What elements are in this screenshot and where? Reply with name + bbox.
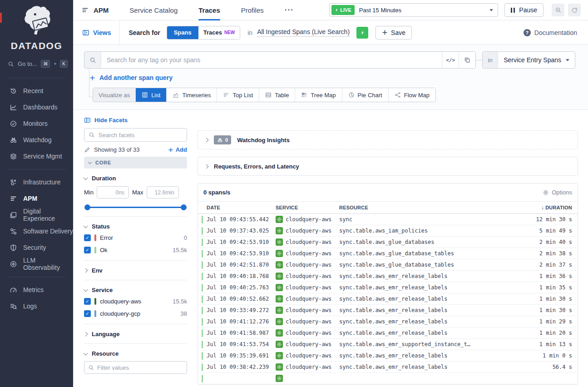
table-row[interactable]: Jul 10 09:33:49.272cloudquery-awssync.ta… <box>198 305 578 316</box>
core-group-header[interactable]: CORE <box>84 157 187 169</box>
table-row[interactable]: Jul 10 09:42:53.910cloudquery-awssync.ta… <box>198 248 578 259</box>
facet-value-cloudquery-aws[interactable]: ✓cloudquery-aws15.5k <box>84 297 187 306</box>
pencil-icon[interactable] <box>84 147 90 153</box>
facet-resource-header[interactable]: Resource <box>84 350 187 357</box>
facet-service-header[interactable]: Service <box>84 287 187 293</box>
table-row[interactable]: Jul 10 09:35:39.691cloudquery-awssync.ta… <box>198 350 578 362</box>
span-scope-select[interactable]: in Service Entry Spans <box>482 51 575 69</box>
refresh-button[interactable] <box>568 4 581 16</box>
tab-profiles[interactable]: Profiles <box>241 0 264 20</box>
visualize-tab-top-list[interactable]: Top List <box>217 88 259 102</box>
zoom-out-button[interactable] <box>552 4 564 16</box>
table-row[interactable]: Jul 10 09:41:53.754cloudquery-awssync.ta… <box>198 339 578 350</box>
table-row[interactable]: Jul 10 09:42:53.910cloudquery-awssync.ta… <box>198 237 578 248</box>
table-row[interactable]: Jul 10 09:43:55.442cloudquery-awssync12 … <box>198 214 578 225</box>
table-header-row: DATE SERVICE RESOURCE ↓ DURATION <box>198 202 578 214</box>
checkbox-icon[interactable]: ✓ <box>84 234 91 241</box>
column-header-service[interactable]: SERVICE <box>276 205 339 210</box>
pause-button[interactable]: Pause <box>504 3 544 17</box>
table-row[interactable]: Jul 10 09:42:51.870cloudquery-awssync.ta… <box>198 259 578 271</box>
visualize-tab-flow-map[interactable]: Flow Map <box>389 88 435 102</box>
datadog-logo[interactable]: DATADOG <box>0 0 73 53</box>
documentation-link[interactable]: ? Documentation <box>524 29 577 36</box>
table-row[interactable]: Jul 10 09:37:43.025cloudquery-awssync.ta… <box>198 225 578 237</box>
save-button[interactable]: Save <box>376 26 412 40</box>
sidebar-item-logs[interactable]: Logs <box>0 298 73 314</box>
tab-service-catalog[interactable]: Service Catalog <box>129 0 178 20</box>
column-header-resource[interactable]: RESOURCE <box>339 205 523 210</box>
more-tabs-button[interactable]: ··· <box>285 5 294 15</box>
sidebar-item-llm-observability[interactable]: LLM Observability <box>0 256 73 272</box>
spans-list-card: 0 spans/s Options DATE SERVICE RESOURCE … <box>198 183 578 385</box>
slider-handle-max[interactable] <box>181 204 187 210</box>
table-row[interactable] <box>198 373 578 384</box>
time-range-picker[interactable]: LIVE Past 15 Minutes <box>329 3 498 17</box>
sidebar-item-label: LLM Observability <box>23 257 73 271</box>
watchdog-insights-panel[interactable]: 0 Watchdog Insights <box>198 130 578 149</box>
add-span-query-button[interactable]: Add another span query <box>89 74 173 81</box>
sidebar-item-watchdog[interactable]: Watchdog <box>0 132 73 148</box>
ingested-spans-scope-link[interactable]: All Ingested Spans (Live Search) <box>257 28 350 37</box>
table-row[interactable]: Jul 10 09:40:52.662cloudquery-awssync.ta… <box>198 293 578 305</box>
visualize-tab-pie-chart[interactable]: Pie Chart <box>342 88 389 102</box>
goto-search[interactable]: Go to... ⌘ + K <box>0 53 73 73</box>
checkbox-icon[interactable]: ✓ <box>84 247 91 253</box>
sidebar-item-monitors[interactable]: Monitors <box>0 115 73 132</box>
visualize-tab-table[interactable]: Table <box>259 88 295 102</box>
table-row[interactable]: Jul 10 09:40:18.768cloudquery-awssync.ta… <box>198 271 578 282</box>
facet-env-header[interactable]: Env <box>84 267 187 274</box>
table-row[interactable]: Jul 10 09:41:12.276cloudquery-awssync.ta… <box>198 316 578 327</box>
service-icon <box>276 273 283 280</box>
requests-errors-latency-panel[interactable]: Requests, Errors, and Latency <box>198 157 578 176</box>
visualize-tab-timeseries[interactable]: Timeseries <box>167 88 217 102</box>
history-icon <box>10 87 17 95</box>
duration-min-input[interactable] <box>97 186 129 198</box>
sidebar-item-infrastructure[interactable]: Infrastructure <box>0 174 73 190</box>
service-name: cloudquery-aws <box>286 318 331 325</box>
facet-value-cloudquery-gcp[interactable]: ✓cloudquery-gcp38 <box>84 309 187 318</box>
product-title: APM <box>94 6 109 14</box>
plus-icon <box>168 147 173 153</box>
sidebar-item-security[interactable]: Security <box>0 239 73 256</box>
toggle-spans[interactable]: Spans <box>167 26 198 39</box>
add-facet-button[interactable]: Add <box>168 146 187 153</box>
sidebar-item-service-mgmt[interactable]: Service Mgmt <box>0 148 73 164</box>
facet-language-header[interactable]: Language <box>84 331 187 337</box>
table-row[interactable]: Jul 10 09:40:25.763cloudquery-awssync.ta… <box>198 282 578 293</box>
table-row[interactable]: Jul 10 09:41:58.987cloudquery-awssync.ta… <box>198 327 578 339</box>
sidebar-item-dashboards[interactable]: Dashboards <box>0 99 73 115</box>
sidebar-item-software-delivery[interactable]: Software Delivery <box>0 223 73 239</box>
service-name: cloudquery-aws <box>286 341 331 347</box>
visualize-tab-label: Flow Map <box>404 92 430 99</box>
resource-filter-input[interactable] <box>97 364 183 371</box>
sidebar-item-metrics[interactable]: Metrics <box>0 282 73 298</box>
facet-duration-header[interactable]: Duration <box>84 175 187 182</box>
slider-handle-min[interactable] <box>84 204 90 210</box>
facet-value-error[interactable]: ✓Error0 <box>84 233 187 242</box>
column-header-duration[interactable]: ↓ DURATION <box>523 204 578 211</box>
table-row[interactable]: Jul 10 09:38:42.239cloudquery-awssync.ta… <box>198 362 578 373</box>
hide-facets-button[interactable]: Hide Facets <box>84 117 187 124</box>
visualize-tab-list[interactable]: List <box>136 88 167 102</box>
visualize-tab-tree-map[interactable]: Tree Map <box>295 88 342 102</box>
views-button[interactable]: Views <box>82 20 119 45</box>
live-search-button[interactable] <box>356 27 368 39</box>
checkbox-icon[interactable]: ✓ <box>84 298 91 305</box>
options-button[interactable]: Options <box>543 189 572 196</box>
sidebar-item-digital-experience[interactable]: Digital Experience <box>0 207 73 223</box>
copy-button[interactable] <box>459 52 475 68</box>
duration-slider[interactable] <box>84 204 187 210</box>
sidebar-item-apm[interactable]: APM <box>0 190 73 207</box>
column-header-date[interactable]: DATE <box>207 205 276 210</box>
facet-status-header[interactable]: Status <box>84 223 187 230</box>
toggle-traces[interactable]: Traces NEW <box>198 26 240 39</box>
tab-traces[interactable]: Traces <box>198 0 220 20</box>
duration-max-input[interactable] <box>147 186 179 198</box>
checkbox-icon[interactable]: ✓ <box>84 310 91 317</box>
facet-search-input[interactable] <box>99 132 183 139</box>
facet-value-ok[interactable]: ✓Ok15.5k <box>84 245 187 254</box>
code-view-button[interactable]: </> <box>442 52 459 68</box>
sidebar-item-recent[interactable]: Recent <box>0 83 73 99</box>
span-search-input[interactable] <box>101 52 442 68</box>
status-bar <box>202 238 203 246</box>
